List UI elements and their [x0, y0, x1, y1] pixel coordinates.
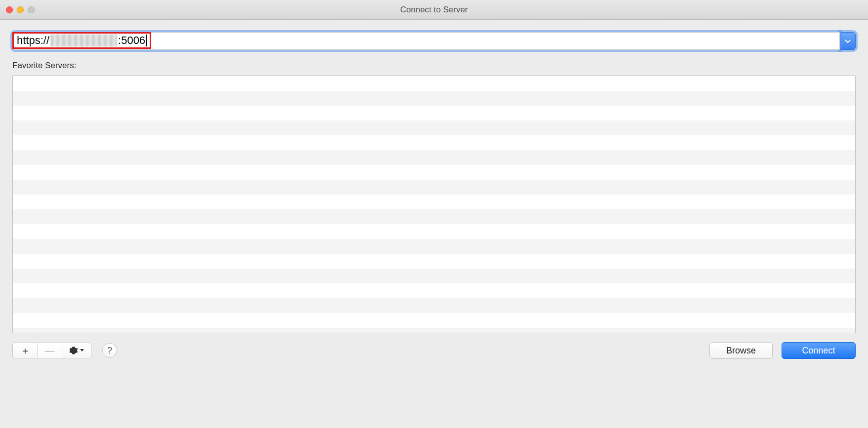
help-icon: ?	[107, 346, 112, 356]
close-window-button[interactable]	[6, 6, 13, 13]
list-row	[13, 298, 855, 313]
titlebar: Connect to Server	[0, 0, 868, 20]
favorite-servers-list[interactable]	[12, 76, 856, 333]
list-row	[13, 283, 855, 298]
help-button[interactable]: ?	[102, 343, 117, 358]
favorites-action-menu[interactable]	[62, 343, 91, 358]
list-row	[13, 150, 855, 165]
list-row	[13, 209, 855, 224]
list-row	[13, 91, 855, 106]
connect-button-label: Connect	[802, 346, 835, 356]
window-title: Connect to Server	[400, 5, 468, 15]
list-row	[13, 195, 855, 209]
list-row	[13, 313, 855, 328]
chevron-down-icon	[845, 37, 851, 45]
address-redacted-host	[50, 35, 117, 46]
list-row	[13, 254, 855, 269]
content-area: https:// :5006 Favorite Servers:	[0, 20, 868, 369]
list-row	[13, 76, 855, 91]
remove-favorite-button: —	[38, 343, 62, 358]
zoom-window-button	[28, 6, 35, 13]
list-row	[13, 165, 855, 180]
favorites-action-group: ＋ —	[12, 343, 91, 358]
list-row	[13, 180, 855, 195]
list-row	[13, 120, 855, 135]
text-cursor	[146, 35, 147, 46]
gear-icon	[69, 346, 84, 355]
address-prefix: https://	[17, 34, 49, 47]
address-highlight-box: https:// :5006	[12, 32, 151, 49]
add-favorite-button[interactable]: ＋	[13, 343, 38, 358]
list-row	[13, 106, 855, 120]
plus-icon: ＋	[20, 346, 30, 355]
server-address-row: https:// :5006	[12, 32, 856, 50]
address-history-dropdown[interactable]	[840, 32, 856, 50]
window-controls	[6, 6, 35, 13]
list-row	[13, 135, 855, 150]
minus-icon: —	[45, 346, 55, 355]
connect-button[interactable]: Connect	[782, 342, 856, 359]
minimize-window-button[interactable]	[17, 6, 24, 13]
browse-button-label: Browse	[726, 346, 756, 356]
bottom-toolbar: ＋ — ? Browse Connect	[12, 342, 856, 359]
browse-button[interactable]: Browse	[709, 342, 773, 359]
list-row	[13, 239, 855, 254]
list-row	[13, 328, 855, 333]
server-address-input[interactable]: https:// :5006	[12, 32, 840, 50]
list-row	[13, 224, 855, 239]
address-empty-space[interactable]	[151, 33, 839, 49]
address-suffix: :5006	[118, 34, 145, 47]
favorite-servers-label: Favorite Servers:	[12, 61, 856, 71]
list-row	[13, 269, 855, 283]
